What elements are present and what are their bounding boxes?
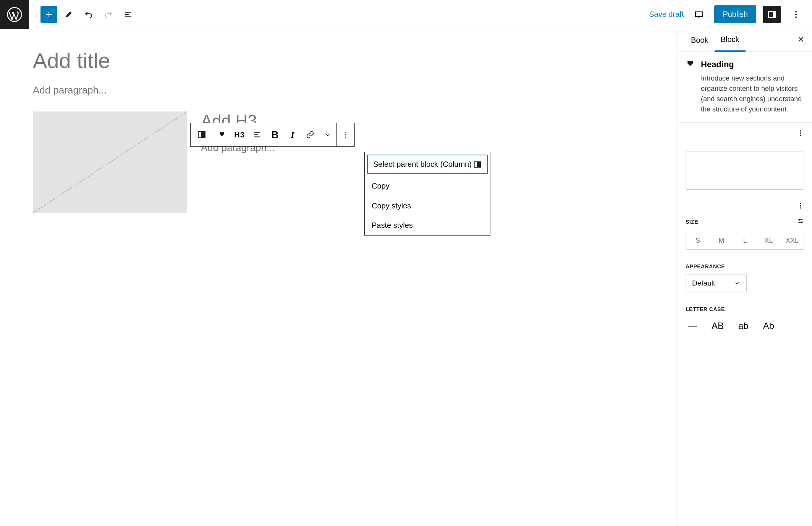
svg-point-14 [800,131,801,132]
svg-point-9 [345,132,346,133]
svg-point-6 [795,16,797,18]
svg-rect-3 [773,11,775,18]
edit-tool-button[interactable] [60,6,77,23]
block-info-title: Heading [701,60,804,69]
heading-block-icon [686,60,695,69]
paragraph-block[interactable]: Add paragraph... [33,84,645,96]
undo-button[interactable] [80,6,97,23]
post-title-input[interactable]: Add title [33,48,645,73]
chevron-down-icon [734,280,740,286]
settings-sidebar: Book Block Heading Introduce new section… [678,29,812,526]
size-button-group: S M L XL XXL [686,232,804,250]
editor-canvas[interactable]: Add title Add paragraph... Add H3... Add… [0,29,678,526]
publish-button[interactable]: Publish [714,5,756,23]
lettercase-none-button[interactable]: — [686,319,699,333]
copy-menu-item[interactable]: Copy [365,176,490,196]
settings-sidebar-toggle[interactable] [763,6,781,23]
lettercase-label: LETTER CASE [686,306,804,312]
panel-more-button[interactable] [797,129,804,139]
svg-point-20 [799,219,800,221]
heading-level-button[interactable]: H3 [231,123,248,146]
svg-point-18 [800,205,801,206]
panel-more-button[interactable] [797,202,804,212]
appearance-label: APPEARANCE [686,263,804,269]
svg-point-16 [800,135,801,136]
close-sidebar-button[interactable] [797,35,805,46]
select-parent-menu-item[interactable]: Select parent block (Column) [367,155,488,174]
copy-styles-menu-item[interactable]: Copy styles [365,196,490,216]
block-type-button[interactable] [213,123,231,146]
more-formatting-button[interactable] [319,123,336,146]
size-l-button[interactable]: L [733,232,757,249]
svg-point-10 [345,134,346,136]
svg-point-15 [800,132,801,134]
parent-block-button[interactable] [191,123,213,146]
svg-point-19 [800,207,801,208]
toolbar-left [29,6,137,23]
svg-point-5 [795,14,797,15]
size-settings-icon[interactable] [797,217,804,226]
panel-placeholder [686,152,804,190]
top-toolbar: Save draft Publish [0,0,812,29]
link-button[interactable] [301,123,319,146]
size-m-button[interactable]: M [710,232,733,249]
svg-point-11 [345,137,346,138]
svg-point-4 [795,11,797,13]
text-align-button[interactable] [248,123,266,146]
size-xxl-button[interactable]: XXL [780,232,804,249]
sidebar-tabs: Book Block [678,29,812,52]
block-options-button[interactable] [337,123,354,146]
options-button[interactable] [788,6,804,23]
save-draft-button[interactable]: Save draft [649,10,684,19]
paste-styles-menu-item[interactable]: Paste styles [365,216,490,235]
block-options-dropdown: Select parent block (Column) Copy Copy s… [364,152,490,236]
tab-block[interactable]: Block [715,29,746,52]
block-info-description: Introduce new sections and organize cont… [701,73,804,115]
italic-button[interactable]: I [284,123,301,146]
redo-button[interactable] [100,6,117,23]
svg-point-21 [801,221,802,223]
lettercase-button-group: — AB ab Ab [686,315,804,333]
add-block-button[interactable] [40,6,57,23]
block-info-panel: Heading Introduce new sections and organ… [678,52,812,123]
size-s-button[interactable]: S [686,232,710,249]
bold-button[interactable]: B [266,123,284,146]
svg-rect-13 [477,161,480,167]
svg-rect-8 [201,132,205,138]
menu-item-label: Select parent block (Column) [373,160,472,169]
image-placeholder-block[interactable] [33,111,187,213]
document-outline-button[interactable] [120,6,137,23]
svg-point-17 [800,203,801,204]
wordpress-logo[interactable] [0,0,29,29]
block-toolbar: H3 B I [190,123,355,147]
appearance-value: Default [692,279,715,287]
lettercase-capitalize-button[interactable]: Ab [761,319,776,333]
tab-book[interactable]: Book [685,29,715,52]
size-xl-button[interactable]: XL [757,232,780,249]
lettercase-lower-button[interactable]: ab [736,319,751,333]
svg-rect-1 [696,12,702,16]
size-label: SIZE [686,219,698,225]
view-button[interactable] [691,6,707,23]
toolbar-right: Save draft Publish [649,5,812,23]
column-icon [473,160,482,169]
appearance-dropdown[interactable]: Default [686,274,747,292]
lettercase-upper-button[interactable]: AB [709,319,726,333]
